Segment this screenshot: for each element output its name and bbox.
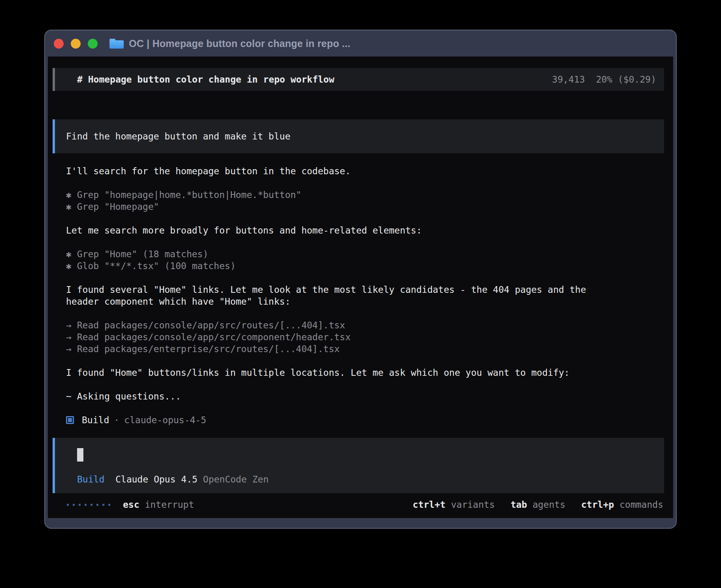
input-model: Claude Opus 4.5 (115, 474, 198, 484)
assistant-text: Let me search more broadly for buttons a… (66, 224, 664, 236)
zoom-button[interactable] (88, 39, 98, 49)
input-provider: OpenCode Zen (203, 474, 269, 484)
folder-icon (109, 39, 124, 49)
transcript: I'll search for the homepage button in t… (53, 165, 664, 426)
session-header: # Homepage button color change in repo w… (53, 68, 664, 91)
separator-dot: · (114, 414, 119, 426)
session-title: # Homepage button color change in repo w… (77, 74, 334, 85)
tool-call-read: → Read packages/enterprise/src/routes/[.… (66, 343, 664, 355)
input-agent: Build (77, 474, 104, 484)
assistant-text: I'll search for the homepage button in t… (66, 165, 664, 177)
working-status: ~ Asking questions... (66, 390, 664, 402)
status-bar: esc interrupt ctrl+t variants tab agents… (53, 499, 664, 511)
model-name: claude-opus-4-5 (124, 414, 206, 426)
hint-agents: tab agents (511, 499, 566, 511)
hint-interrupt: esc interrupt (123, 499, 194, 511)
input-meta: Build Claude Opus 4.5 OpenCode Zen (77, 473, 269, 485)
agent-icon (66, 416, 74, 424)
token-count: 39,413 (552, 74, 585, 85)
context-cost: 20% ($0.29) (596, 74, 656, 85)
traffic-lights (54, 39, 98, 49)
window-title: OC | Homepage button color change in rep… (129, 38, 350, 49)
esc-key: esc (123, 499, 140, 510)
hint-commands: ctrl+p commands (581, 499, 663, 511)
tool-call-grep: ✱ Grep "Home" (18 matches) (66, 248, 664, 260)
user-message: Find the homepage button and make it blu… (53, 119, 664, 153)
terminal-window: OC | Homepage button color change in rep… (44, 30, 677, 529)
session-stats: 39,413 20% ($0.29) (552, 74, 656, 85)
tool-call-grep: ✱ Grep "homepage|home.*button|Home.*butt… (66, 189, 664, 201)
assistant-text: I found several "Home" links. Let me loo… (66, 284, 664, 296)
close-button[interactable] (54, 39, 64, 49)
assistant-text: header component which have "Home" links… (66, 296, 664, 307)
text-cursor (77, 448, 83, 462)
tool-call-read: → Read packages/console/app/src/componen… (66, 331, 664, 343)
prompt-input[interactable]: Build Claude Opus 4.5 OpenCode Zen (53, 438, 664, 493)
tool-call-glob: ✱ Glob "**/*.tsx" (100 matches) (66, 260, 664, 272)
agent-model-line: Build · claude-opus-4-5 (66, 414, 664, 426)
terminal-content: # Homepage button color change in repo w… (48, 57, 673, 518)
tool-call-read: → Read packages/console/app/src/routes/[… (66, 319, 664, 331)
spinner-dots (67, 504, 110, 506)
user-message-text: Find the homepage button and make it blu… (66, 130, 291, 142)
agent-name: Build (82, 414, 109, 426)
minimize-button[interactable] (71, 39, 81, 49)
tool-call-grep: ✱ Grep "Homepage" (66, 201, 664, 213)
hint-variants: ctrl+t variants (413, 499, 495, 511)
title-bar[interactable]: OC | Homepage button color change in rep… (45, 30, 676, 57)
assistant-text: I found "Home" buttons/links in multiple… (66, 367, 664, 379)
